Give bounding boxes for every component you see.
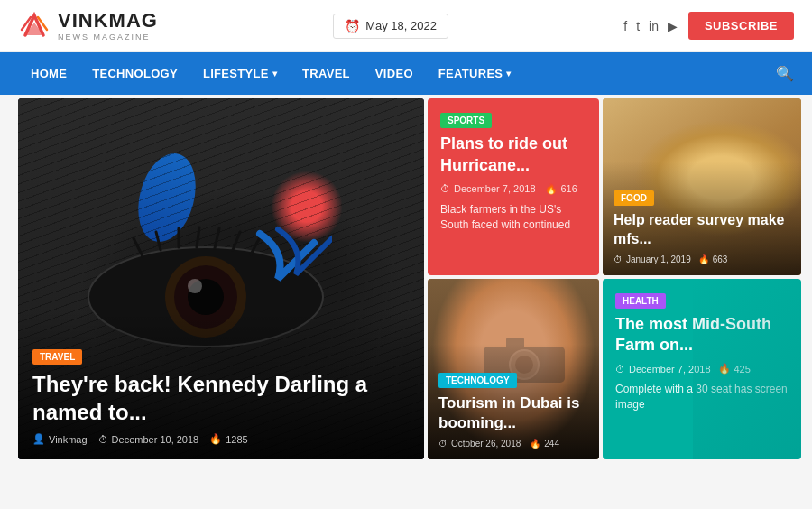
nav-technology[interactable]: TECHNOLOGY bbox=[79, 54, 190, 93]
logo-sub: NEWS MAGAZINE bbox=[58, 32, 158, 42]
food-date: ⏱ January 1, 2019 bbox=[614, 255, 691, 264]
featured-date: ⏱ December 10, 2018 bbox=[98, 434, 199, 445]
photo-badge: TECHNOLOGY bbox=[438, 373, 517, 388]
food-meta: ⏱ January 1, 2019 🔥 663 bbox=[614, 255, 790, 264]
sports-card[interactable]: SPORTS Plans to ride out Hurricane... ⏱ … bbox=[428, 98, 599, 275]
photo-views: 🔥 244 bbox=[530, 439, 559, 449]
featured-card[interactable]: TRAVEL They're back! Kennedy Darling a n… bbox=[18, 98, 424, 459]
svg-line-5 bbox=[134, 238, 143, 256]
sports-date: ⏱ December 7, 2018 bbox=[440, 183, 536, 194]
features-chevron: ▾ bbox=[506, 69, 511, 79]
date-display: ⏰ May 18, 2022 bbox=[333, 14, 448, 39]
subscribe-button[interactable]: SUBSCRIBE bbox=[688, 12, 794, 40]
featured-card-overlay: TRAVEL They're back! Kennedy Darling a n… bbox=[18, 311, 424, 459]
health-clock-icon: ⏱ bbox=[615, 364, 625, 375]
photo-fire-icon: 🔥 bbox=[530, 439, 540, 449]
nav-features[interactable]: FEATURES ▾ bbox=[426, 54, 524, 93]
photo-date: ⏱ October 26, 2018 bbox=[438, 439, 521, 449]
lifestyle-chevron: ▾ bbox=[272, 69, 277, 79]
header-right: f t in ▶ SUBSCRIBE bbox=[623, 12, 794, 40]
svg-point-4 bbox=[188, 279, 202, 293]
clock-icon: ⏰ bbox=[345, 19, 360, 33]
youtube-icon[interactable]: ▶ bbox=[668, 19, 678, 33]
main-grid: TRAVEL They're back! Kennedy Darling a n… bbox=[0, 95, 812, 463]
teal-bg-decoration bbox=[693, 279, 801, 460]
sports-views: 🔥 616 bbox=[545, 183, 577, 195]
nav-lifestyle[interactable]: LIFESTYLE ▾ bbox=[190, 54, 290, 93]
food-overlay: FOOD Help reader survey make mfs... ⏱ Ja… bbox=[603, 162, 801, 275]
photo-clock-icon: ⏱ bbox=[438, 439, 448, 449]
social-icons: f t in ▶ bbox=[623, 19, 678, 33]
nav-travel[interactable]: TRAVEL bbox=[290, 54, 363, 93]
food-views: 🔥 663 bbox=[698, 255, 728, 264]
food-badge: FOOD bbox=[614, 190, 654, 206]
logo-icon bbox=[18, 10, 51, 42]
logo-text: VINKMAG NEWS MAGAZINE bbox=[58, 9, 158, 42]
fire-icon: 🔥 bbox=[209, 433, 222, 445]
facebook-icon[interactable]: f bbox=[623, 19, 627, 33]
logo-area: VINKMAG NEWS MAGAZINE bbox=[18, 9, 158, 42]
sports-meta: ⏱ December 7, 2018 🔥 616 bbox=[440, 183, 586, 195]
current-date: May 18, 2022 bbox=[365, 19, 437, 32]
main-nav: HOME TECHNOLOGY LIFESTYLE ▾ TRAVEL VIDEO… bbox=[0, 52, 812, 95]
featured-views: 🔥 1285 bbox=[209, 433, 247, 445]
nav-items: HOME TECHNOLOGY LIFESTYLE ▾ TRAVEL VIDEO… bbox=[18, 54, 776, 93]
svg-line-10 bbox=[233, 232, 240, 250]
clock-meta-icon: ⏱ bbox=[98, 434, 108, 445]
food-fire-icon: 🔥 bbox=[698, 255, 709, 264]
health-badge: HEALTH bbox=[615, 293, 666, 309]
svg-line-6 bbox=[156, 232, 161, 250]
featured-badge: TRAVEL bbox=[32, 349, 82, 365]
health-card[interactable]: HEALTH The most Mid-South Farm on... ⏱ D… bbox=[603, 279, 801, 460]
svg-line-9 bbox=[215, 228, 219, 248]
sports-clock-icon: ⏱ bbox=[440, 183, 450, 194]
svg-line-8 bbox=[197, 227, 199, 247]
user-icon: 👤 bbox=[32, 433, 45, 445]
featured-author: 👤 Vinkmag bbox=[32, 433, 88, 445]
header: VINKMAG NEWS MAGAZINE ⏰ May 18, 2022 f t… bbox=[0, 0, 812, 52]
logo-name: VINKMAG bbox=[58, 9, 158, 32]
photo-meta: ⏱ October 26, 2018 🔥 244 bbox=[438, 439, 588, 449]
sports-description: Black farmers in the US's South faced wi… bbox=[440, 202, 586, 233]
food-card[interactable]: FOOD Help reader survey make mfs... ⏱ Ja… bbox=[603, 98, 801, 275]
featured-title: They're back! Kennedy Darling a named to… bbox=[32, 370, 410, 426]
sports-badge: SPORTS bbox=[440, 113, 492, 128]
photo-title: Tourism in Dubai is booming... bbox=[438, 393, 588, 433]
featured-meta: 👤 Vinkmag ⏱ December 10, 2018 🔥 1285 bbox=[32, 433, 410, 445]
nav-home[interactable]: HOME bbox=[18, 54, 79, 93]
photo-overlay: TECHNOLOGY Tourism in Dubai is booming..… bbox=[428, 344, 599, 459]
sports-fire-icon: 🔥 bbox=[545, 183, 558, 195]
photo-card[interactable]: TECHNOLOGY Tourism in Dubai is booming..… bbox=[428, 279, 599, 460]
sports-title: Plans to ride out Hurricane... bbox=[440, 134, 586, 176]
food-clock-icon: ⏱ bbox=[614, 255, 623, 264]
food-title: Help reader survey make mfs... bbox=[614, 211, 790, 249]
instagram-icon[interactable]: in bbox=[649, 19, 659, 33]
twitter-icon[interactable]: t bbox=[636, 19, 640, 33]
nav-video[interactable]: VIDEO bbox=[363, 54, 426, 93]
search-icon[interactable]: 🔍 bbox=[776, 52, 794, 95]
